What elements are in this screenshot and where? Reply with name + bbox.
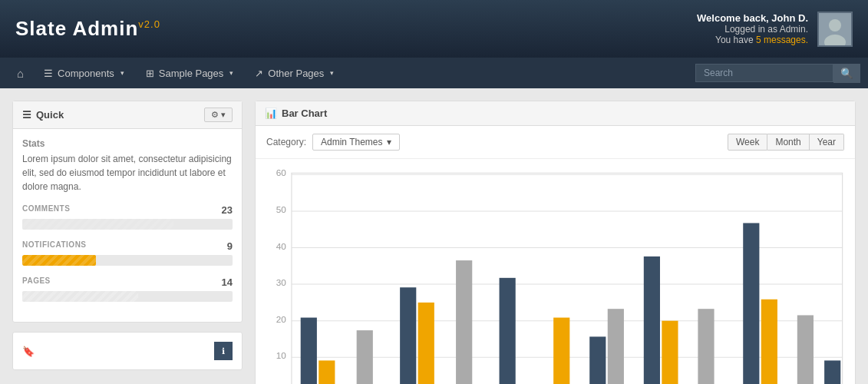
bottom-left-card: 🔖 ℹ bbox=[12, 332, 243, 370]
comments-stat: COMMENTS 23 bbox=[22, 204, 233, 230]
chart-toolbar: Category: Admin Themes ▾ Week Month Year bbox=[256, 126, 855, 159]
pages-value: 14 bbox=[222, 276, 233, 288]
pages-progress-bg bbox=[22, 291, 233, 302]
settings-button[interactable]: ⚙ ▾ bbox=[204, 108, 233, 122]
logo-text: Slate Admin bbox=[15, 17, 138, 40]
notifications-stat: NOTIFICATIONS 9 bbox=[22, 240, 233, 266]
logo-version: v2.0 bbox=[138, 18, 160, 30]
nav-sample-pages[interactable]: ⊞ Sample Pages ▾ bbox=[135, 58, 245, 88]
comments-label: COMMENTS bbox=[22, 204, 70, 216]
pages-label: PAGES bbox=[22, 276, 51, 288]
bar-dark-5 bbox=[500, 278, 516, 384]
messages-line: You have 5 messages. bbox=[697, 35, 808, 45]
comments-progress-fill bbox=[22, 219, 173, 230]
nav-other-pages[interactable]: ↗ Other Pages ▾ bbox=[244, 58, 345, 88]
header: Slate Adminv2.0 Welcome back, John D. Lo… bbox=[0, 0, 868, 58]
notifications-label: NOTIFICATIONS bbox=[22, 240, 87, 252]
period-buttons: Week Month Year bbox=[728, 134, 844, 151]
stub-action-icon[interactable]: ℹ bbox=[214, 342, 233, 360]
search-button[interactable]: 🔍 bbox=[833, 64, 860, 83]
caret-icon: ▾ bbox=[387, 137, 391, 147]
avatar bbox=[817, 12, 853, 47]
user-info: Welcome back, John D. Logged in as Admin… bbox=[697, 12, 808, 45]
bar-dark-8 bbox=[644, 257, 660, 384]
bookmark-icon: 🔖 bbox=[22, 346, 35, 357]
bar-gray-7 bbox=[608, 309, 624, 384]
comments-value: 23 bbox=[222, 204, 233, 216]
gear-icon: ⚙ bbox=[211, 110, 219, 119]
pages-stat: PAGES 14 bbox=[22, 276, 233, 302]
bar-chart-svg: 60 50 40 30 20 10 bbox=[266, 167, 844, 384]
quick-title-text: Quick bbox=[36, 109, 64, 121]
category-value: Admin Themes bbox=[321, 137, 382, 147]
list-icon: ☰ bbox=[22, 109, 31, 121]
bar-gray-11 bbox=[797, 315, 814, 384]
messages-count[interactable]: 5 messages. bbox=[756, 35, 808, 45]
dropdown-icon: ▾ bbox=[221, 110, 226, 119]
notifications-progress-bg bbox=[22, 255, 233, 266]
nav-other-pages-label: Other Pages bbox=[268, 68, 324, 79]
category-dropdown[interactable]: Admin Themes ▾ bbox=[312, 134, 399, 151]
chevron-down-icon-3: ▾ bbox=[330, 69, 334, 77]
svg-point-1 bbox=[829, 19, 841, 31]
stats-subtitle: Stats bbox=[22, 138, 233, 149]
chart-header: 📊 Bar Chart bbox=[256, 101, 855, 126]
left-panel: ☰ Quick ⚙ ▾ Stats Lorem ipsum dolor sit … bbox=[12, 101, 243, 384]
messages-prefix: You have bbox=[715, 35, 756, 45]
logo: Slate Adminv2.0 bbox=[15, 17, 160, 41]
notifications-progress-fill bbox=[22, 255, 96, 266]
bar-orange-3 bbox=[418, 303, 434, 384]
nav-components-label: Components bbox=[58, 68, 114, 79]
bar-orange-8 bbox=[662, 321, 678, 384]
chart-title: Bar Chart bbox=[282, 108, 327, 119]
nav-sample-pages-label: Sample Pages bbox=[159, 68, 224, 79]
bar-dark-10 bbox=[743, 223, 759, 384]
quick-stats-header: ☰ Quick ⚙ ▾ bbox=[13, 101, 242, 129]
quick-stats-title: ☰ Quick bbox=[22, 109, 64, 121]
nav-home[interactable]: ⌂ bbox=[8, 58, 33, 88]
bar-dark-7 bbox=[589, 336, 606, 384]
bar-gray-4 bbox=[456, 260, 472, 384]
category-label: Category: bbox=[266, 137, 306, 147]
bar-gray-2 bbox=[357, 330, 373, 384]
month-button[interactable]: Month bbox=[767, 134, 809, 151]
menu-icon: ☰ bbox=[44, 68, 53, 79]
svg-text:50: 50 bbox=[276, 206, 286, 214]
bar-gray-9 bbox=[698, 309, 714, 384]
quick-stats-body: Stats Lorem ipsum dolor sit amet, consec… bbox=[13, 129, 242, 322]
pages-progress-fill bbox=[22, 291, 138, 302]
bar-orange-6 bbox=[553, 318, 569, 384]
chart-category: Category: Admin Themes ▾ bbox=[266, 134, 400, 151]
quick-stats-card: ☰ Quick ⚙ ▾ Stats Lorem ipsum dolor sit … bbox=[12, 101, 243, 323]
chart-icon: 📊 bbox=[265, 108, 277, 119]
external-icon: ↗ bbox=[255, 68, 263, 79]
notifications-value: 9 bbox=[227, 240, 233, 252]
svg-text:10: 10 bbox=[276, 352, 286, 360]
bar-dark-3 bbox=[400, 287, 416, 384]
chevron-down-icon-2: ▾ bbox=[229, 69, 233, 77]
svg-text:60: 60 bbox=[276, 169, 286, 177]
bar-dark-1 bbox=[301, 318, 317, 384]
pages-icon: ⊞ bbox=[146, 68, 154, 79]
logged-as: Logged in as Admin. bbox=[697, 24, 808, 35]
chart-area: 60 50 40 30 20 10 bbox=[256, 159, 855, 384]
main-content: ☰ Quick ⚙ ▾ Stats Lorem ipsum dolor sit … bbox=[0, 88, 868, 384]
bar-chart-card: 📊 Bar Chart Category: Admin Themes ▾ Wee… bbox=[255, 101, 856, 384]
svg-text:30: 30 bbox=[276, 279, 286, 287]
search-container: 🔍 bbox=[695, 64, 860, 83]
svg-text:20: 20 bbox=[276, 315, 286, 323]
svg-text:40: 40 bbox=[276, 242, 286, 250]
bar-orange-1 bbox=[318, 360, 335, 384]
nav-components[interactable]: ☰ Components ▾ bbox=[33, 58, 135, 88]
right-panel: 📊 Bar Chart Category: Admin Themes ▾ Wee… bbox=[255, 101, 856, 384]
chevron-down-icon: ▾ bbox=[120, 69, 124, 77]
year-button[interactable]: Year bbox=[810, 134, 844, 151]
bar-dark-12 bbox=[824, 360, 840, 384]
search-input[interactable] bbox=[695, 64, 833, 82]
week-button[interactable]: Week bbox=[728, 134, 767, 151]
bar-orange-10 bbox=[761, 300, 777, 384]
comments-progress-bg bbox=[22, 219, 233, 230]
welcome-text: Welcome back, John D. bbox=[697, 12, 808, 24]
stats-description: Lorem ipsum dolor sit amet, consectetur … bbox=[22, 152, 233, 194]
card-actions: ⚙ ▾ bbox=[204, 108, 233, 122]
